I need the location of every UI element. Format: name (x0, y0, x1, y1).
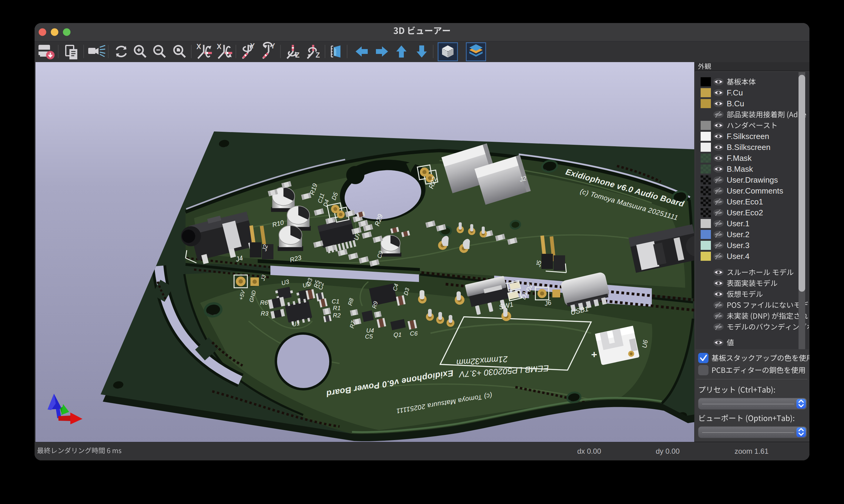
svg-text:B.Silkscreen: B.Silkscreen (727, 143, 771, 152)
svg-text:R1: R1 (333, 305, 341, 311)
svg-text:dx 0.00: dx 0.00 (577, 447, 601, 455)
svg-text:Y: Y (250, 42, 255, 50)
svg-text:U6: U6 (641, 339, 649, 348)
svg-text:Z: Z (295, 51, 299, 59)
svg-text:Y: Y (271, 42, 275, 50)
svg-text:User.4: User.4 (727, 252, 750, 261)
svg-text:User.1: User.1 (727, 219, 750, 228)
svg-text:User.Comments: User.Comments (727, 186, 783, 195)
svg-text:C6: C6 (410, 330, 418, 337)
svg-text:dy 0.00: dy 0.00 (656, 447, 680, 455)
svg-text:+: + (591, 348, 597, 360)
svg-text:Z: Z (315, 51, 320, 59)
svg-text:Q1: Q1 (394, 331, 402, 338)
svg-text:R3: R3 (261, 310, 269, 317)
svg-text:C1: C1 (332, 298, 340, 305)
svg-text:X: X (217, 43, 222, 51)
svg-text:zoom 1.61: zoom 1.61 (735, 447, 769, 455)
svg-text:B.Mask: B.Mask (727, 164, 753, 174)
svg-text:R6: R6 (260, 299, 268, 306)
svg-text:F.Cu: F.Cu (727, 88, 743, 97)
svg-text:C5: C5 (365, 333, 373, 340)
svg-text:User.3: User.3 (727, 241, 750, 250)
svg-text:U4: U4 (366, 327, 374, 334)
svg-text:User.Eco1: User.Eco1 (727, 197, 763, 206)
svg-text:R2: R2 (333, 312, 341, 319)
svg-text:User.Eco2: User.Eco2 (727, 208, 763, 217)
svg-text:User.2: User.2 (727, 230, 750, 239)
svg-text:User.Drawings: User.Drawings (727, 175, 778, 184)
svg-text:X: X (196, 43, 201, 51)
svg-text:F.Mask: F.Mask (727, 154, 752, 163)
svg-text:F.Silkscreen: F.Silkscreen (727, 132, 769, 141)
svg-text:B.Cu: B.Cu (727, 99, 744, 108)
